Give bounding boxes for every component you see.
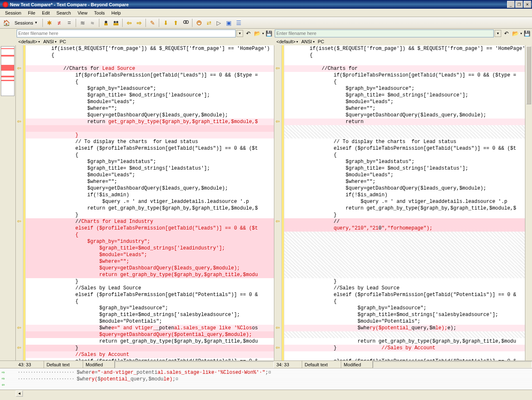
code-line[interactable]: $module="Leads"; — [26, 99, 274, 105]
swap-button[interactable]: ⇄ — [204, 18, 214, 27]
menu-edit[interactable]: Edit — [39, 10, 53, 16]
code-line[interactable]: // To display the charts for Lead status — [284, 138, 525, 145]
code-line[interactable]: $graph_title= $mod_strings['leadsource']… — [26, 92, 274, 99]
code-line[interactable]: //Charts for — [284, 65, 525, 72]
code-line[interactable]: $graph_title=$mod_strings['leadindustry'… — [26, 245, 274, 252]
scroll-left-button[interactable]: ◄ — [16, 390, 23, 397]
thumbnail-map[interactable] — [0, 45, 16, 360]
code-line[interactable] — [284, 238, 525, 245]
code-line[interactable] — [284, 265, 525, 272]
code-line[interactable]: $where=""; — [26, 258, 274, 265]
code-line[interactable]: $graph_title=$mod_strings['salesbyleadso… — [26, 311, 274, 318]
copy-right-button[interactable]: ⬆ — [171, 18, 180, 27]
code-line[interactable]: return — [284, 119, 525, 125]
code-line[interactable]: $graph_title= $mod_strings['leadstatus']… — [284, 165, 525, 172]
code-line[interactable] — [284, 272, 525, 278]
code-line[interactable]: elseif ($profileTabsPermission[getTabid(… — [284, 145, 525, 152]
merge-arrow-icon[interactable]: ⇦ — [274, 65, 281, 71]
left-code-area[interactable]: if(isset($_REQUEST['from_page']) && $_RE… — [26, 45, 274, 360]
minor-button[interactable]: ≈ — [88, 18, 97, 27]
code-line[interactable]: elseif ($profileTabsPermission[getTabid(… — [26, 291, 274, 298]
merge-arrow-icon[interactable]: ⇦ — [16, 325, 22, 331]
diff-copy-right-icon[interactable]: ⇨ — [2, 375, 7, 382]
code-line[interactable]: { — [284, 298, 525, 305]
code-line[interactable]: //Sales by Lead Source — [26, 285, 274, 291]
left-file-input[interactable] — [17, 30, 236, 37]
code-line[interactable]: $graph_by="leadsource"; — [26, 85, 274, 92]
code-line[interactable]: $module="Leads"; — [284, 99, 525, 105]
menu-file[interactable]: File — [25, 10, 39, 16]
menu-help[interactable]: Help — [108, 10, 124, 16]
referee-1-button[interactable] — [101, 18, 111, 27]
code-line[interactable]: query,"210","210","forhomepage"); — [284, 225, 525, 232]
code-line[interactable]: $module="Leads"; — [26, 252, 274, 258]
code-line[interactable]: return get_graph_by_type($graph_by,$grap… — [26, 205, 274, 212]
code-line[interactable]: if($profileTabsPermission[getTabid("Lead… — [284, 72, 525, 79]
code-line[interactable]: if(isset($_REQUEST['from_page']) && $_RE… — [284, 45, 525, 52]
code-line[interactable]: { — [284, 79, 525, 85]
open-folder-icon[interactable]: 📂 — [511, 30, 520, 37]
code-line[interactable]: } — [26, 132, 274, 138]
right-hscrollbar[interactable] — [373, 361, 532, 368]
right-syntax-dropdown[interactable]: <default> ▾ — [276, 39, 299, 44]
code-line[interactable]: $graph_by="leadstatus"; — [284, 158, 525, 165]
code-line[interactable]: $graph_by="leadsource"; — [284, 85, 525, 92]
code-line[interactable] — [284, 258, 525, 265]
code-line[interactable]: elseif ($profileTabsPermission[getTabid(… — [284, 291, 525, 298]
merge-arrow-icon[interactable]: ⇦ — [16, 345, 22, 351]
merge-arrow-icon[interactable]: ⇦ — [274, 218, 281, 224]
code-line[interactable] — [284, 252, 525, 258]
close-button[interactable]: ✕ — [524, 1, 531, 8]
code-line[interactable]: $graph_title= $mod_strings['leadsource']… — [284, 92, 525, 99]
code-line[interactable]: //Charts for Lead Source — [26, 65, 274, 72]
code-line[interactable]: { — [26, 79, 274, 85]
layout-button[interactable]: ☰ — [234, 18, 244, 27]
code-line[interactable]: { — [284, 152, 525, 158]
code-line[interactable]: $graph_by="leadsource"; — [284, 305, 525, 311]
code-line[interactable]: $module="Potentials"; — [26, 318, 274, 325]
merge-arrow-icon[interactable]: ⇦ — [274, 119, 281, 124]
code-line[interactable]: elseif ($profileTabsPermission[getTabid(… — [26, 145, 274, 152]
find-button[interactable] — [181, 18, 190, 27]
left-lineending-dropdown[interactable]: PC — [59, 39, 67, 44]
right-encoding-dropdown[interactable]: ANSI ▾ — [300, 39, 315, 44]
code-line[interactable]: // — [284, 218, 525, 225]
code-line[interactable]: $whery($potential_query,$mle);e); — [284, 325, 525, 331]
save-icon[interactable]: 💾 — [265, 30, 273, 37]
merge-arrow-icon[interactable]: ⇦ — [16, 119, 22, 124]
sessions-dropdown[interactable]: Sessions ▼ — [12, 18, 41, 27]
show-same-button[interactable]: = — [65, 18, 74, 27]
code-line[interactable]: //Sales by Lead Source — [284, 285, 525, 291]
code-line[interactable]: } — [284, 212, 525, 218]
code-line[interactable] — [26, 125, 274, 132]
code-line[interactable]: } — [26, 278, 274, 285]
maximize-button[interactable]: ❐ — [515, 1, 523, 8]
referee-2-button[interactable] — [111, 18, 121, 27]
code-line[interactable]: return get_graph_by_type($graph_by,$grap… — [26, 119, 274, 125]
code-line[interactable]: $whee=" and vtiger__potenal.sales_stage … — [26, 325, 274, 331]
show-diff-button[interactable]: ≠ — [55, 18, 64, 27]
code-line[interactable]: return get_graph_by_type($graph_by,$grap… — [26, 272, 274, 278]
minimize-button[interactable]: _ — [507, 1, 515, 8]
diff-copy-right-icon[interactable]: ⇨ — [2, 369, 7, 375]
code-line[interactable]: $graph_title= $mod_strings['leadstatus']… — [26, 165, 274, 172]
merge-arrow-icon[interactable]: ⇦ — [16, 65, 22, 71]
code-line[interactable]: elseif ($profileTabsPermission[getTabid(… — [26, 358, 274, 360]
code-line[interactable]: } //Sales by Account — [284, 345, 525, 351]
code-line[interactable]: $graph_by="leadsource"; — [26, 305, 274, 311]
code-line[interactable]: } — [26, 212, 274, 218]
code-line[interactable] — [284, 59, 525, 65]
code-line[interactable] — [284, 232, 525, 238]
left-hscrollbar[interactable] — [115, 361, 274, 368]
right-lineending-dropdown[interactable]: PC — [317, 39, 325, 44]
code-line[interactable] — [284, 331, 525, 338]
code-line[interactable]: elseif ($profileTabsPermission[getTabid(… — [26, 225, 274, 232]
code-line[interactable]: $query .= ' and vtiger_leaddetails.leads… — [284, 198, 525, 205]
code-line[interactable]: $where=""; — [284, 105, 525, 112]
chevron-down-icon[interactable]: ▼ — [236, 30, 243, 37]
code-line[interactable] — [284, 351, 525, 358]
code-line[interactable]: //Charts for Lead Industry — [26, 218, 274, 225]
undo-icon[interactable]: ↶ — [244, 30, 252, 37]
undo-icon[interactable]: ↶ — [502, 30, 510, 37]
merge-arrow-icon[interactable]: ⇦ — [274, 325, 281, 331]
